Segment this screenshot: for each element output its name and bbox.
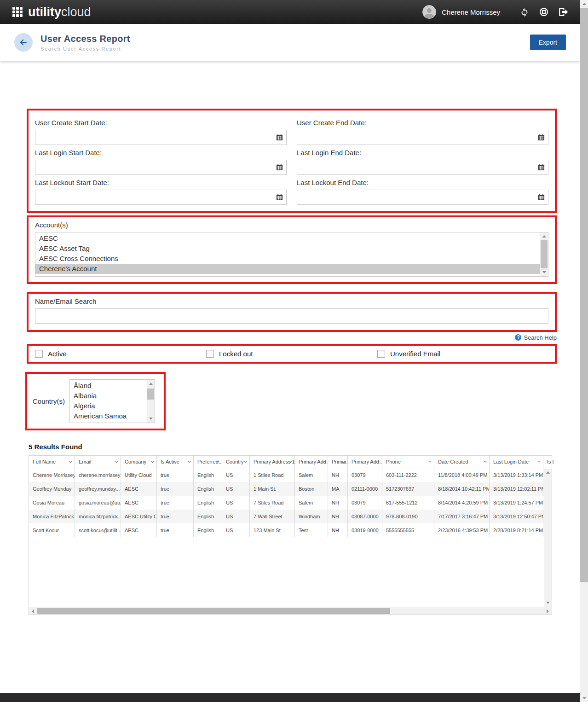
column-header[interactable]: Date Created xyxy=(434,456,490,468)
date-input[interactable] xyxy=(35,130,286,145)
list-option[interactable]: Åland xyxy=(70,381,147,391)
column-header[interactable]: Country xyxy=(222,456,250,468)
life-ring-icon[interactable] xyxy=(539,7,549,17)
date-field: Last Lockout Start Date: xyxy=(35,179,287,205)
countries-listbox[interactable]: ÅlandAlbaniaAlgeriaAmerican Samoa xyxy=(69,379,155,423)
date-field: Last Lockout End Date: xyxy=(297,179,548,205)
back-button[interactable] xyxy=(14,33,33,52)
date-input-wrap xyxy=(35,130,287,145)
table-hscroll-thumb[interactable] xyxy=(37,608,390,614)
date-input[interactable] xyxy=(297,160,548,174)
refresh-icon[interactable] xyxy=(519,7,530,17)
list-option[interactable]: AESC Cross Connections xyxy=(35,254,540,264)
chevron-down-icon[interactable] xyxy=(428,459,432,463)
column-header[interactable]: Email xyxy=(75,456,121,468)
table-cell: 03819-0000 xyxy=(348,523,382,537)
table-row[interactable]: Monica FitzPatrickmonica.fitzpatrick...A… xyxy=(29,510,552,523)
table-cell: 603-111-2222 xyxy=(382,468,434,482)
table-row[interactable]: Cherene Morrisseycherene.morrissey...Uti… xyxy=(29,468,552,482)
date-input[interactable] xyxy=(297,130,548,145)
column-header[interactable]: Company xyxy=(121,456,157,468)
table-cell: scott.kocur@utilit... xyxy=(75,523,121,537)
date-input[interactable] xyxy=(35,160,286,174)
chevron-down-icon[interactable] xyxy=(484,459,487,463)
table-cell: 03087-0000 xyxy=(348,510,382,523)
column-header[interactable]: Phone xyxy=(382,456,434,468)
scroll-up-icon[interactable] xyxy=(149,383,153,385)
column-header[interactable]: Primary Address 1 xyxy=(250,456,295,468)
export-button[interactable]: Export xyxy=(530,35,566,50)
chevron-down-icon[interactable] xyxy=(244,459,247,463)
table-cell: true xyxy=(157,510,194,523)
scroll-right-icon[interactable] xyxy=(547,609,549,613)
column-header[interactable]: Primary Add... xyxy=(295,456,328,468)
list-option[interactable]: Cherene's Account xyxy=(35,264,540,274)
active-checkbox[interactable] xyxy=(35,350,43,358)
calendar-icon[interactable] xyxy=(276,134,283,141)
chevron-down-icon[interactable] xyxy=(69,459,72,463)
page-scrollbar-thumb[interactable] xyxy=(580,8,588,582)
accounts-listbox[interactable]: AESCAESC Asset TagAESC Cross Connections… xyxy=(35,232,548,277)
locked-out-checkbox[interactable] xyxy=(206,350,214,358)
column-header[interactable]: Primar... xyxy=(328,456,348,468)
calendar-icon[interactable] xyxy=(276,194,283,201)
column-header[interactable]: Is Active xyxy=(157,456,194,468)
table-cell: 3/13/2019 12:50:47 PM xyxy=(490,510,543,523)
scroll-down-icon[interactable] xyxy=(546,602,550,604)
table-cell: English xyxy=(194,468,222,482)
list-option[interactable]: Algeria xyxy=(70,401,147,411)
search-help-link[interactable]: ? Search Help xyxy=(515,334,557,341)
brand-logo[interactable]: utilitycloud xyxy=(12,6,91,18)
page-scrollbar[interactable] xyxy=(580,0,588,702)
chevron-down-icon[interactable] xyxy=(151,459,154,463)
logout-icon[interactable] xyxy=(558,7,568,17)
column-header[interactable]: Last Login Date xyxy=(490,456,543,468)
scroll-up-icon[interactable] xyxy=(582,3,586,5)
column-header[interactable]: Is L xyxy=(543,456,553,468)
date-field-label: Last Login End Date: xyxy=(297,149,548,157)
list-option[interactable]: AESC Asset Tag xyxy=(35,244,540,254)
date-field-label: User Create End Date: xyxy=(297,119,548,127)
user-name[interactable]: Cherene Morrissey xyxy=(442,8,500,16)
accounts-scrollbar-thumb[interactable] xyxy=(541,240,548,268)
accounts-scrollbar[interactable] xyxy=(540,232,548,276)
table-cell: Test xyxy=(295,523,328,537)
country-section: Country(s) ÅlandAlbaniaAlgeriaAmerican S… xyxy=(25,372,166,430)
table-row[interactable]: Gosia Moreaugosia.moreau@uti...AESCtrueE… xyxy=(29,496,552,510)
chevron-down-icon[interactable] xyxy=(537,459,541,463)
list-option[interactable]: AESC xyxy=(35,233,540,244)
scroll-up-icon[interactable] xyxy=(542,235,546,238)
chevron-down-icon[interactable] xyxy=(188,459,191,463)
list-option[interactable]: American Samoa xyxy=(70,411,147,421)
table-cell: true xyxy=(157,468,194,482)
date-input[interactable] xyxy=(35,190,286,204)
column-header[interactable]: Primary Add... xyxy=(348,456,382,468)
column-header[interactable]: Full Name xyxy=(29,456,75,468)
scroll-down-icon[interactable] xyxy=(149,418,153,420)
countries-scrollbar-thumb[interactable] xyxy=(147,389,154,400)
calendar-icon[interactable] xyxy=(538,134,545,141)
avatar[interactable] xyxy=(422,5,436,19)
scroll-down-icon[interactable] xyxy=(542,271,546,273)
date-field-label: User Create Start Date: xyxy=(35,119,287,127)
calendar-icon[interactable] xyxy=(538,164,545,171)
table-row[interactable]: Scott Kocurscott.kocur@utilit...AESCtrue… xyxy=(29,523,552,537)
scroll-up-icon[interactable] xyxy=(546,471,550,474)
unverified-email-checkbox[interactable] xyxy=(377,350,385,358)
scroll-down-icon[interactable] xyxy=(582,697,586,699)
column-header[interactable]: Preferred... xyxy=(194,456,222,468)
table-horizontal-scrollbar[interactable] xyxy=(29,607,552,615)
calendar-icon[interactable] xyxy=(276,164,283,171)
list-option[interactable]: Albania xyxy=(70,391,147,401)
calendar-icon[interactable] xyxy=(538,194,545,201)
name-email-search-input[interactable] xyxy=(35,309,548,323)
search-label: Name/Email Search xyxy=(35,297,548,305)
chevron-down-icon[interactable] xyxy=(115,459,118,463)
scroll-left-icon[interactable] xyxy=(32,609,34,613)
question-circle-icon: ? xyxy=(515,334,521,341)
table-cell: 11/8/2018 4:00:49 PM xyxy=(434,468,490,482)
countries-scrollbar[interactable] xyxy=(147,380,155,423)
date-input[interactable] xyxy=(297,190,548,204)
table-vertical-scrollbar[interactable] xyxy=(544,469,552,607)
table-row[interactable]: Geoffrey Mundaygeoffrey.munday...AESCtru… xyxy=(29,482,552,496)
